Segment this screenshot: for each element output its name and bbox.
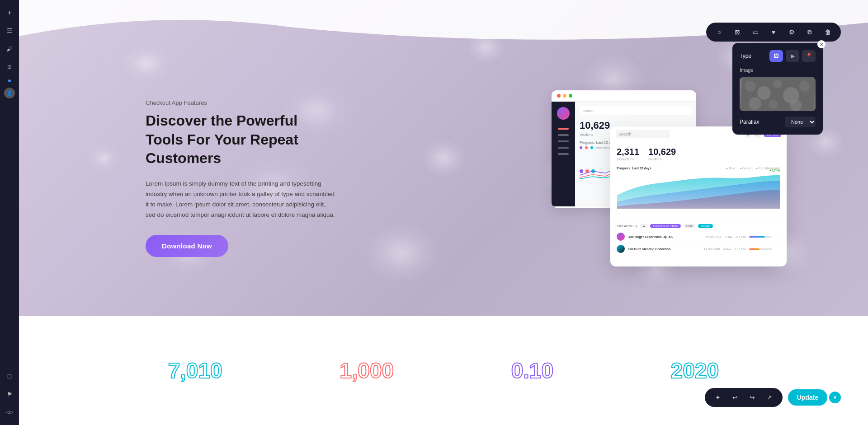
counter-num-4: 2020 xyxy=(670,358,719,383)
hero-subtitle: Checkout App Features xyxy=(146,99,335,106)
counter-num-3: 0.10 xyxy=(511,358,553,383)
file-count-2: ⊙ 13,224 xyxy=(734,248,745,251)
hero-title: Discover the Powerful Tools For Your Rep… xyxy=(146,112,335,168)
sidebar-user-avatar[interactable]: 👤 xyxy=(4,88,15,98)
legend-label-1: ● Blue xyxy=(726,167,735,170)
file-meta-2: 14 Nov, 2019 ① Rel ⊙ 13,224 xyxy=(704,248,745,251)
file-avatar-2 xyxy=(617,245,625,253)
file-row-1: Joe Roger Experience Up. AK 14 Nov, 2019… xyxy=(617,231,780,243)
nav-dot-active xyxy=(558,128,569,130)
type-btn-image[interactable]: 🖼 xyxy=(769,50,783,62)
stat-num-2: 10,629 xyxy=(648,147,676,157)
file-count-1: ⊙ 4,220 xyxy=(736,235,745,238)
filter-tag-range[interactable]: Range xyxy=(698,224,713,228)
sidebar-icon-menu[interactable]: ☰ xyxy=(2,23,17,38)
type-panel-label: Type xyxy=(740,53,751,59)
update-dropdown-btn[interactable]: ▾ xyxy=(829,392,841,403)
bottom-wand-btn[interactable]: ✦ xyxy=(712,392,724,403)
sidebar-icon-layers[interactable]: ⊞ xyxy=(2,60,17,74)
svg-point-6 xyxy=(749,97,761,110)
counter-num-2: 1,000 xyxy=(340,358,394,383)
legend-dot-red xyxy=(585,146,588,149)
type-buttons-group: 🖼 ▶ 📍 xyxy=(769,50,816,62)
hero-text-block: Checkout App Features Discover the Power… xyxy=(146,99,335,257)
filter-tag-purple[interactable]: Hands & To Show xyxy=(650,224,681,228)
toolbar-copy-btn[interactable]: ⧉ xyxy=(804,26,816,38)
toolbar-crop-btn[interactable]: ⊠ xyxy=(731,26,743,38)
update-button[interactable]: Update xyxy=(788,389,827,406)
stat-lbl-2: Seekers xyxy=(648,157,676,161)
svg-point-8 xyxy=(790,99,802,111)
sidebar-icon-code[interactable]: </> xyxy=(2,405,17,420)
chart-legend-row: Progress: Last 15 days ● Blue ● Green ● … xyxy=(617,167,780,170)
legend-label-2: ● Green xyxy=(740,167,751,170)
area-chart-svg xyxy=(617,173,780,209)
legend-dot-purple xyxy=(580,146,582,149)
chart-pct: +4.74% xyxy=(769,169,780,172)
stat-num-1: 2,311 xyxy=(617,147,639,157)
file-row-2: Bill Burr Standup Collection 14 Nov, 201… xyxy=(617,243,780,255)
file-progress-1 xyxy=(749,236,772,238)
toolbar-heart-btn[interactable]: ♥ xyxy=(768,26,779,38)
type-btn-video[interactable]: ▶ xyxy=(786,50,799,62)
file-progress-fill-1 xyxy=(749,236,765,238)
svg-point-1 xyxy=(745,81,756,92)
nav-dot-1 xyxy=(558,134,569,136)
dashboard-sidebar-mini xyxy=(552,102,575,206)
window-dot-green xyxy=(569,94,572,98)
bottom-section: 7,010 1,000 0.10 2020 xyxy=(19,316,868,425)
filter-tag-sent[interactable]: Sent xyxy=(684,224,695,228)
counter-num-1: 7,010 xyxy=(168,358,222,383)
type-panel-close-btn[interactable]: ✕ xyxy=(817,40,826,48)
file-name-1: Joe Roger Experience Up. AK xyxy=(628,235,702,238)
stat-block-2: 10,629 Seekers xyxy=(648,147,676,161)
toolbar-gear-btn[interactable]: ⚙ xyxy=(786,26,797,38)
file-size-2: ① Rel xyxy=(723,248,731,251)
dashboard-search-bar: Search... xyxy=(580,106,692,115)
window-dot-red xyxy=(557,94,561,98)
dashboard-card-2: Search... ↻ ↗ 1st filter 2,311 Collectio… xyxy=(610,126,787,266)
parallax-label: Parallax xyxy=(740,119,759,125)
dashboard-area-chart: Progress: Last 15 days ● Blue ● Green ● … xyxy=(617,167,780,216)
bottom-export-btn[interactable]: ↗ xyxy=(764,392,775,403)
file-date-1: 14 Nov, 2019 xyxy=(705,235,721,238)
image-label: Image xyxy=(740,67,754,73)
stat-lbl-1: Collections xyxy=(617,157,639,161)
type-btn-location[interactable]: 📍 xyxy=(802,50,816,62)
file-date-2: 14 Nov, 2019 xyxy=(704,248,720,251)
files-area: Files Active (0) ● Hands & To Show Sent … xyxy=(617,220,780,255)
file-icon-1: … xyxy=(777,235,780,238)
parallax-select[interactable]: None Scroll Fixed xyxy=(785,117,816,127)
legend-dot-teal xyxy=(590,146,593,149)
sidebar-icon-plus[interactable]: + xyxy=(2,5,17,20)
file-meta-1: 14 Nov, 2019 ① Rel ⊙ 4,220 xyxy=(705,235,745,238)
bottom-redo-btn[interactable]: ↪ xyxy=(746,392,758,403)
dashboard-stats-row: 2,311 Collections 10,629 Seekers xyxy=(617,147,780,161)
chart-title-label: Progress: Last 15 days xyxy=(617,167,651,170)
bottom-undo-btn[interactable]: ↩ xyxy=(729,392,741,403)
svg-point-5 xyxy=(799,81,810,92)
toolbar-circle-btn[interactable]: ○ xyxy=(713,26,725,38)
toolbar-trash-btn[interactable]: 🗑 xyxy=(822,26,834,38)
svg-point-3 xyxy=(773,79,782,89)
toolbar-rect-btn[interactable]: ▭ xyxy=(750,26,761,38)
files-filter-row: Files Active (0) ● Hands & To Show Sent … xyxy=(617,224,780,228)
image-preview xyxy=(740,77,816,111)
counter-item-2: 1,000 xyxy=(340,358,394,383)
sidebar-icon-paint[interactable]: 🖌 xyxy=(2,42,17,56)
preview-bg-svg xyxy=(740,77,816,111)
download-now-button[interactable]: Download Now xyxy=(146,235,228,257)
counter-item-3: 0.10 xyxy=(511,358,553,383)
sidebar-icon-square[interactable]: □ xyxy=(2,369,17,383)
svg-point-7 xyxy=(769,100,778,109)
top-toolbar: ○ ⊠ ▭ ♥ ⚙ ⧉ 🗑 xyxy=(706,23,841,42)
parallax-row: Parallax None Scroll Fixed xyxy=(740,117,816,127)
dashboard-search-2: Search... xyxy=(616,130,670,138)
type-panel-header: Type 🖼 ▶ 📍 xyxy=(740,50,816,62)
counter-item-1: 7,010 xyxy=(168,358,222,383)
nav-dot-2 xyxy=(558,140,569,142)
dashboard-card-2-body: 2,311 Collections 10,629 Seekers Progres… xyxy=(610,142,787,260)
sidebar-icon-flag[interactable]: ⚑ xyxy=(2,387,17,402)
filter-tag-active[interactable]: ● xyxy=(640,224,647,228)
chart-container: +4.74% xyxy=(617,173,780,210)
